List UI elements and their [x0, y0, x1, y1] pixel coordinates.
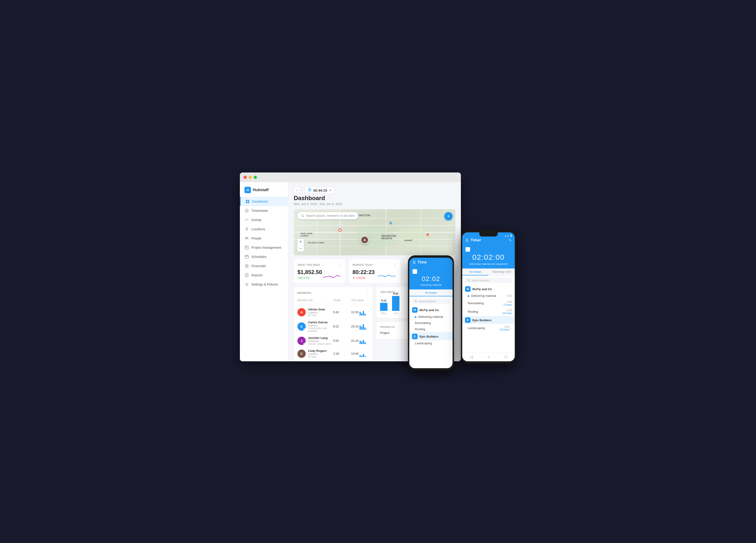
- phone-stop-button[interactable]: [413, 269, 417, 274]
- sidebar-item-financials[interactable]: Financials ‹: [240, 261, 288, 270]
- project-item[interactable]: Roofing: [409, 326, 453, 332]
- back-button[interactable]: ‹: [294, 187, 301, 194]
- avatar: A: [297, 308, 306, 317]
- bar: [360, 341, 361, 344]
- sparkline-today: [378, 273, 397, 280]
- phone-right-search[interactable]: Search projects: [465, 278, 512, 283]
- phone-search-placeholder: Search projects: [419, 300, 436, 303]
- scene: H Hubstaff Dashboard: [240, 172, 516, 371]
- sidebar: H Hubstaff Dashboard: [240, 182, 288, 361]
- phone-menu-icon[interactable]: ☰: [465, 238, 469, 242]
- phone-right-time: 02:02:00: [472, 253, 505, 261]
- timer-icon: ⏱: [308, 188, 311, 192]
- chevron-icon: ‹: [282, 228, 283, 230]
- phone-budget-tab-1[interactable]: No budget: [462, 268, 488, 276]
- bar: [363, 354, 364, 357]
- sidebar-item-locations[interactable]: Locations ‹: [240, 224, 288, 234]
- sidebar-item-dashboard-label: Dashboard: [252, 200, 268, 203]
- member-info: A Adrian Goia Logistics No task: [297, 308, 333, 317]
- edit-icon[interactable]: ✎: [509, 238, 512, 242]
- member-row: C Cody Rogers Logistics No task 2:18 13:…: [297, 347, 369, 360]
- svg-rect-8: [245, 246, 248, 249]
- member-name: Cody Rogers: [308, 349, 327, 353]
- phone-right-project-list: M McFly and Co ▶ Delivering material 0:0…: [462, 285, 515, 352]
- project-item[interactable]: Landscaping: [409, 340, 453, 346]
- battery-icon: ▐: [510, 234, 512, 237]
- group-name: McFly and Co: [419, 308, 439, 312]
- phone-budget-tab-2[interactable]: Total today: 9:03: [488, 268, 515, 276]
- sidebar-item-people[interactable]: People ‹: [240, 234, 288, 243]
- member-dept: Deliveries: [308, 340, 331, 343]
- project-item[interactable]: Roofing 0:00 120 tasks: [462, 308, 515, 316]
- sidebar-item-dashboard[interactable]: Dashboard: [240, 197, 288, 206]
- project-name: Remodeling: [468, 302, 484, 305]
- time-week: 23:14: [351, 325, 359, 328]
- svg-line-29: [303, 216, 304, 217]
- close-dot[interactable]: [244, 176, 247, 179]
- svg-point-26: [389, 222, 392, 224]
- member-name: Carlos Garcia: [308, 321, 333, 324]
- phone-right-title-row: ☰ Timer ✎: [465, 238, 512, 242]
- svg-line-31: [416, 302, 417, 303]
- phone-left-search[interactable]: Search projects: [412, 299, 450, 304]
- project-item[interactable]: Landscaping 0:00 120 tasks ›: [462, 324, 515, 332]
- sidebar-item-timesheets[interactable]: Timesheets ‹: [240, 206, 288, 215]
- bar: [363, 311, 364, 316]
- sidebar-item-reports[interactable]: Reports ‹: [240, 270, 288, 280]
- group-name: Epic Builders: [472, 319, 491, 322]
- back-nav-button[interactable]: ◁: [470, 355, 473, 360]
- member-dept: Logistics: [308, 353, 327, 355]
- phone-right-budget: No budget Total today: 9:03: [462, 268, 515, 276]
- maximize-dot[interactable]: [254, 176, 257, 179]
- phone-menu-icon[interactable]: ☰: [413, 260, 416, 264]
- settings-icon: [244, 282, 249, 287]
- sidebar-item-schedules[interactable]: Schedules ‹: [240, 252, 288, 261]
- home-nav-button[interactable]: ○: [488, 355, 490, 360]
- phone-stop-button[interactable]: [465, 247, 470, 252]
- bar: [361, 313, 362, 316]
- project-item[interactable]: ▶ Delivering material 0:00: [462, 293, 515, 299]
- reports-icon: [244, 273, 249, 278]
- svg-point-32: [468, 279, 469, 281]
- minimize-dot[interactable]: [249, 176, 252, 179]
- members-menu[interactable]: ⋮: [365, 291, 369, 295]
- zoom-in-button[interactable]: +: [297, 239, 304, 245]
- phone-left-title: Time: [418, 260, 449, 264]
- bar: [360, 355, 361, 357]
- map-add-button[interactable]: +: [444, 212, 453, 220]
- bar-value: 5:12: [381, 299, 386, 302]
- avatar: C: [297, 350, 306, 358]
- phone-left-screen: ☰ Time 02:02 Delivering material No budg…: [409, 258, 453, 368]
- locations-icon: [244, 227, 249, 231]
- bar: [361, 356, 362, 357]
- sidebar-item-settings[interactable]: Settings & Policies ‹: [240, 280, 288, 289]
- project-name: Landscaping: [415, 342, 432, 345]
- browser-titlebar: [240, 172, 461, 182]
- project-item[interactable]: Remodeling: [409, 320, 453, 326]
- expand-icon[interactable]: ↗: [329, 188, 331, 192]
- zoom-out-button[interactable]: −: [297, 245, 304, 252]
- phone-left-project-list: M McFly and Co ▶ Delivering material Rem…: [409, 306, 453, 368]
- map-search[interactable]: Search places, members or job sites: [297, 212, 358, 219]
- schedules-icon: [244, 254, 249, 259]
- svg-line-33: [469, 281, 470, 282]
- project-item[interactable]: Remodeling 0:00 22 tasks: [462, 299, 515, 308]
- sidebar-item-activity[interactable]: Activity ‹: [240, 215, 288, 224]
- svg-rect-0: [246, 200, 247, 201]
- chevron-icon: ‹: [282, 218, 283, 221]
- sidebar-item-project-management[interactable]: Project management ‹: [240, 243, 288, 252]
- phone-budget-tab[interactable]: No budget: [409, 290, 453, 297]
- svg-point-7: [247, 237, 248, 238]
- svg-rect-23: [398, 228, 425, 246]
- app-name: Hubstaff: [253, 188, 269, 192]
- member-task: Deliver custom parts: [308, 343, 331, 345]
- recent-nav-button[interactable]: □: [505, 355, 507, 360]
- project-name: Landscaping: [468, 326, 485, 330]
- project-item[interactable]: ▶ Delivering material: [409, 314, 453, 320]
- stat-change-spent: +$211.00: [297, 276, 322, 280]
- stat-menu-today[interactable]: ⋮: [393, 263, 397, 267]
- sidebar-item-activity-label: Activity: [251, 218, 262, 222]
- project-time: 0:00: [502, 309, 512, 312]
- stat-menu-spent[interactable]: ⋮: [338, 263, 342, 267]
- group-name: McFly and Co: [472, 288, 492, 291]
